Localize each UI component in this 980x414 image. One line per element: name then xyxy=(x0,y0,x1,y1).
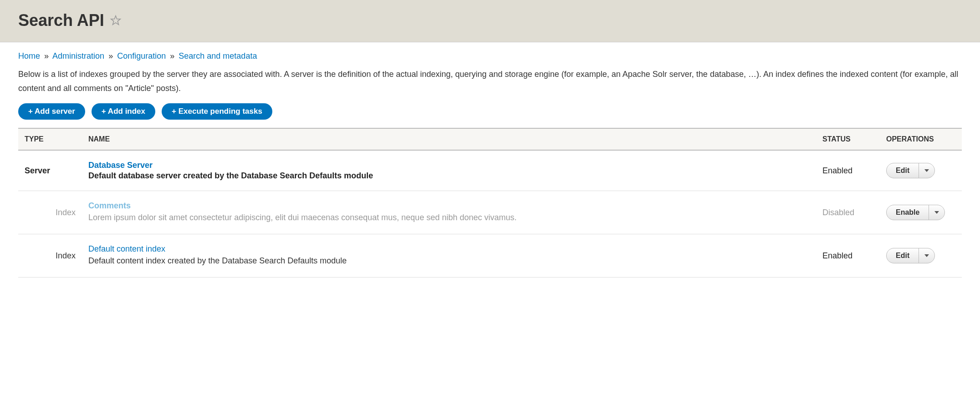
header-region: Search API xyxy=(0,0,980,42)
table-row: Index Comments Lorem ipsum dolor sit ame… xyxy=(18,191,962,234)
row-type: Index xyxy=(18,234,82,278)
breadcrumb-sep: » xyxy=(168,51,176,61)
row-status: Enabled xyxy=(816,234,880,278)
breadcrumb-sep: » xyxy=(42,51,51,61)
breadcrumb-sep: » xyxy=(107,51,115,61)
col-header-type: TYPE xyxy=(18,128,82,150)
breadcrumb-link-administration[interactable]: Administration xyxy=(52,51,104,61)
operation-dropdown-toggle[interactable] xyxy=(919,163,934,178)
add-index-button[interactable]: + Add index xyxy=(92,103,155,120)
row-name-cell: Default content index Default content in… xyxy=(82,234,816,278)
col-header-operations: OPERATIONS xyxy=(880,128,962,150)
operation-dropdown-toggle[interactable] xyxy=(919,248,934,263)
row-status: Enabled xyxy=(816,150,880,191)
table-row: Index Default content index Default cont… xyxy=(18,234,962,278)
row-name-cell: Database Server Default database server … xyxy=(82,150,816,191)
entity-description: Default content index created by the Dat… xyxy=(88,255,810,267)
row-type: Index xyxy=(18,191,82,234)
actions-bar: + Add server + Add index + Execute pendi… xyxy=(18,103,962,120)
breadcrumb: Home » Administration » Configuration » … xyxy=(18,51,962,61)
entity-description: Lorem ipsum dolor sit amet consectetur a… xyxy=(88,212,810,224)
page-title: Search API xyxy=(18,11,104,30)
content-region: Home » Administration » Configuration » … xyxy=(0,42,980,291)
row-operations: Enable xyxy=(880,191,962,234)
row-status: Disabled xyxy=(816,191,880,234)
chevron-down-icon xyxy=(924,254,929,257)
col-header-name: NAME xyxy=(82,128,816,150)
entity-link[interactable]: Comments xyxy=(88,201,131,210)
entity-description: Default database server created by the D… xyxy=(88,171,810,181)
row-operations: Edit xyxy=(880,150,962,191)
indexes-table: TYPE NAME STATUS OPERATIONS Server Datab… xyxy=(18,128,962,278)
breadcrumb-link-search-metadata[interactable]: Search and metadata xyxy=(179,51,257,61)
operation-button[interactable]: Edit xyxy=(887,248,919,263)
operation-button[interactable]: Enable xyxy=(887,205,929,220)
table-row: Server Database Server Default database … xyxy=(18,150,962,191)
chevron-down-icon xyxy=(934,211,939,214)
entity-link[interactable]: Database Server xyxy=(88,161,153,170)
operation-button[interactable]: Edit xyxy=(887,163,919,178)
col-header-status: STATUS xyxy=(816,128,880,150)
execute-pending-tasks-button[interactable]: + Execute pending tasks xyxy=(162,103,272,120)
page-description: Below is a list of indexes grouped by th… xyxy=(18,67,962,95)
row-operations: Edit xyxy=(880,234,962,278)
entity-link[interactable]: Default content index xyxy=(88,244,165,253)
breadcrumb-link-configuration[interactable]: Configuration xyxy=(117,51,166,61)
breadcrumb-link-home[interactable]: Home xyxy=(18,51,40,61)
star-icon[interactable] xyxy=(110,15,122,26)
row-type: Server xyxy=(18,150,82,191)
row-name-cell: Comments Lorem ipsum dolor sit amet cons… xyxy=(82,191,816,234)
operation-dropdown-toggle[interactable] xyxy=(929,205,944,220)
chevron-down-icon xyxy=(924,169,929,172)
add-server-button[interactable]: + Add server xyxy=(18,103,85,120)
